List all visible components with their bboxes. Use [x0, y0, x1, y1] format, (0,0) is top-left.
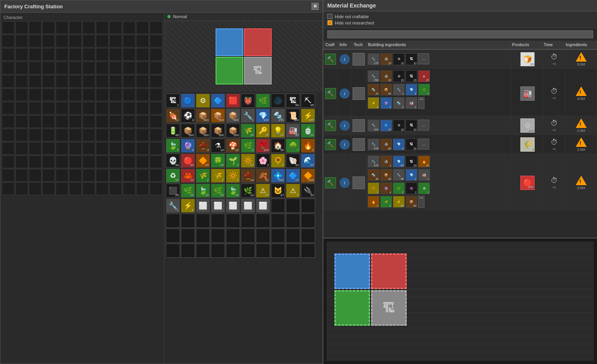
craft-button[interactable]: 🔨 — [325, 120, 336, 131]
inv-cell[interactable]: 🦀10 — [181, 169, 195, 183]
info-button[interactable]: i — [340, 139, 350, 150]
researched-checkbox[interactable] — [327, 20, 332, 25]
inv-cell[interactable]: 📦500 — [181, 124, 195, 138]
inv-cell[interactable]: 🌿10 — [181, 184, 195, 198]
inv-cell[interactable]: 🔆2 — [226, 169, 240, 183]
craft-button[interactable]: 🔨 — [325, 177, 336, 188]
inv-cell[interactable]: 🔷12 — [286, 169, 300, 183]
collapse-button[interactable]: ^^ — [418, 196, 424, 208]
inv-cell[interactable]: 📜500 — [286, 109, 300, 123]
craft-button[interactable]: 🔨 — [325, 139, 336, 150]
inv-cell[interactable]: 🍃10 — [226, 184, 240, 198]
craft-cell[interactable]: 🔨 — [323, 69, 338, 116]
inv-cell[interactable]: ⬜ — [256, 199, 270, 213]
inv-cell[interactable]: 🌱2 — [226, 154, 240, 168]
inv-cell[interactable]: ⬜ — [226, 199, 240, 213]
inv-cell[interactable]: 🍃10 — [196, 184, 210, 198]
inv-cell[interactable]: 🟥 — [226, 94, 240, 108]
inv-cell[interactable]: ⚽3 — [181, 109, 195, 123]
inv-cell[interactable]: 🍀10 — [211, 154, 225, 168]
close-button[interactable]: ✕ — [312, 3, 319, 10]
inv-cell[interactable]: ⬜ — [196, 199, 210, 213]
info-button[interactable]: i — [340, 120, 350, 131]
inv-cell[interactable]: ⬜ — [211, 199, 225, 213]
inv-cell[interactable]: 🔮3 — [181, 139, 195, 153]
inv-cell[interactable]: 🔴50 — [181, 154, 195, 168]
more-button[interactable]: ... — [418, 120, 429, 131]
info-button[interactable]: i — [340, 88, 350, 99]
inv-cell[interactable]: ⚠10 — [256, 184, 270, 198]
craft-cell[interactable]: 🔨 — [323, 50, 338, 68]
inv-cell[interactable]: 🐱47 — [271, 184, 285, 198]
info-cell[interactable]: i — [338, 69, 352, 116]
inv-cell[interactable]: 🏗50 — [286, 94, 300, 108]
inv-cell[interactable]: 📦500 — [226, 109, 240, 123]
inv-cell[interactable]: 🌊10 — [301, 154, 315, 168]
inv-cell[interactable]: 🔌10 — [301, 184, 315, 198]
inv-cell[interactable]: 📦500 — [226, 124, 240, 138]
inv-cell[interactable]: 🍃5 — [166, 139, 180, 153]
inv-cell[interactable]: 💀50 — [166, 154, 180, 168]
inv-cell[interactable]: 🔧1 — [241, 109, 255, 123]
inv-cell[interactable]: 🌰3 — [196, 139, 210, 153]
inv-cell[interactable]: 🌑 — [271, 94, 285, 108]
info-button[interactable]: i — [340, 178, 350, 188]
inv-cell[interactable]: 👹 — [241, 94, 255, 108]
inv-cell[interactable]: 🔵 — [181, 94, 195, 108]
info-cell[interactable]: i — [338, 154, 352, 209]
inv-cell[interactable]: ♻10 — [166, 169, 180, 183]
inv-cell[interactable]: 🌿10 — [211, 184, 225, 198]
collapse-button[interactable]: ^^ — [418, 97, 424, 109]
inv-cell[interactable]: 🌿2 — [241, 139, 255, 153]
inv-cell[interactable]: 🔥2 — [301, 139, 315, 153]
craft-cell[interactable]: 🔨 — [323, 154, 338, 209]
inv-cell[interactable]: ⚠5 — [286, 184, 300, 198]
inv-cell[interactable]: 🔶248 — [301, 169, 315, 183]
filter-hide-not-researched[interactable]: Hide not researched — [327, 20, 593, 25]
inv-cell[interactable]: 🏭10 — [286, 124, 300, 138]
craft-cell[interactable]: 🔨 — [323, 135, 338, 154]
inv-cell[interactable]: ⬛25 — [166, 184, 180, 198]
inv-cell[interactable]: 🌳7 — [286, 139, 300, 153]
inv-cell[interactable]: 🍖11 — [166, 109, 180, 123]
inv-cell[interactable]: 🐚10 — [286, 154, 300, 168]
inv-cell[interactable]: ⛏45 — [301, 94, 315, 108]
inv-cell[interactable]: 🔷 — [211, 94, 225, 108]
inv-cell[interactable]: 📦500 — [196, 109, 210, 123]
inv-cell[interactable]: 🌾2 — [211, 169, 225, 183]
inv-cell[interactable]: 📦500 — [196, 124, 210, 138]
inv-cell[interactable]: 🌻3 — [271, 154, 285, 168]
inv-cell[interactable]: 🌰14 — [241, 169, 255, 183]
inv-cell[interactable]: 🔧1 — [166, 199, 180, 213]
inv-cell[interactable]: ⚗10 — [211, 139, 225, 153]
inv-cell[interactable]: 📦500 — [211, 124, 225, 138]
inv-cell[interactable]: 🍄10 — [226, 139, 240, 153]
inv-cell[interactable]: 🔶49 — [196, 154, 210, 168]
inv-cell[interactable]: ⚡6 — [181, 199, 195, 213]
craftable-checkbox[interactable] — [327, 14, 332, 19]
inv-cell[interactable]: 🌾2 — [196, 169, 210, 183]
inv-cell[interactable]: 🔑10 — [256, 124, 270, 138]
info-button[interactable]: i — [340, 54, 350, 64]
inv-cell[interactable]: 💎100 — [256, 109, 270, 123]
inv-cell[interactable]: 📦500 — [211, 109, 225, 123]
inv-cell[interactable]: 🍵10 — [301, 124, 315, 138]
inv-cell[interactable]: ⚙ — [196, 94, 210, 108]
inv-cell[interactable]: ⬜ — [241, 199, 255, 213]
inv-cell[interactable]: 🔆10 — [241, 154, 255, 168]
info-cell[interactable]: i — [338, 116, 352, 135]
info-cell[interactable]: i — [338, 135, 352, 154]
inv-cell[interactable]: 🌿10 — [241, 184, 255, 198]
info-cell[interactable]: i — [338, 50, 352, 68]
inv-cell[interactable]: 🍂22 — [256, 169, 270, 183]
inv-cell[interactable]: 🌿 — [256, 94, 270, 108]
inv-cell[interactable]: 🏠56 — [271, 139, 285, 153]
more-button[interactable]: ... — [418, 53, 429, 64]
inv-cell[interactable]: 🏗1 — [166, 94, 180, 108]
craft-cell[interactable]: 🔨 — [323, 116, 338, 135]
inv-cell[interactable]: 💠500 — [271, 169, 285, 183]
inv-cell[interactable]: 💡10 — [271, 124, 285, 138]
inv-cell[interactable]: 🔋49 — [166, 124, 180, 138]
filter-hide-not-craftable[interactable]: Hide not craftable — [327, 14, 593, 19]
more-button[interactable]: ... — [418, 139, 429, 150]
